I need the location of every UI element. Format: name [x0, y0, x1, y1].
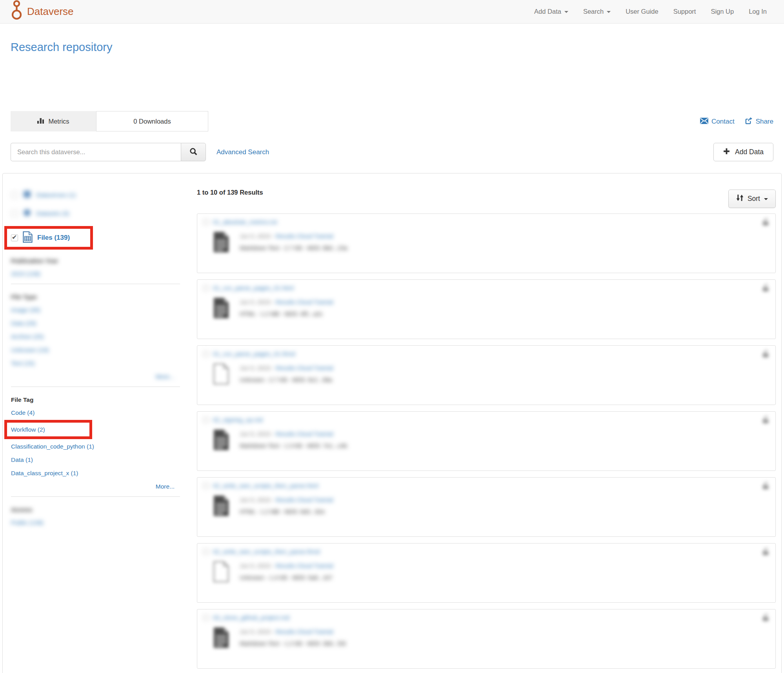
result-body: Jun 5, 2023 - Results Cloud Tutorial Mar… — [213, 230, 769, 254]
search-results-panel: Dataverses (1) Datasets (3) — [2, 173, 782, 673]
result-file-meta: HTML - 1.2 MB - MD5: 6d3...92e — [240, 508, 333, 515]
result-checkbox[interactable] — [203, 549, 209, 554]
envelope-icon — [700, 118, 708, 126]
result-dataset-link[interactable]: Results Cloud Tutorial — [276, 299, 333, 305]
bar-chart-icon — [37, 117, 44, 125]
add-data-button[interactable]: Add Data — [713, 143, 773, 161]
dataverses-facet-link[interactable]: Dataverses (1) — [36, 192, 76, 199]
file-tag-heading: File Tag — [11, 396, 180, 403]
share-label: Share — [756, 118, 773, 126]
result-file-meta: Markdown Text - 1.3 KB - MD5: 7e1...c4b — [240, 442, 347, 449]
result-card: 01_run_parse_pages_01.Rmd Jun 5, 2023 - … — [197, 345, 776, 405]
facet-dataverses[interactable]: Dataverses (1) — [11, 189, 180, 201]
result-checkbox[interactable] — [203, 615, 209, 620]
files-facet-link[interactable]: Files (139) — [37, 234, 70, 242]
file-type-heading: File Type — [11, 294, 180, 301]
datasets-checkbox[interactable] — [11, 210, 18, 217]
sort-button[interactable]: Sort — [728, 190, 776, 208]
file-tag-code-link[interactable]: Code (4) — [11, 409, 180, 416]
result-dataset-link[interactable]: Results Cloud Tutorial — [276, 365, 333, 371]
metrics-tab[interactable]: Metrics — [11, 111, 96, 131]
result-date-dataset: Jun 5, 2023 - Results Cloud Tutorial — [240, 365, 333, 371]
file-type-facet-link[interactable]: Data (29) — [11, 319, 180, 327]
file-type-facet-link[interactable]: Archive (25) — [11, 333, 180, 340]
file-tag-data-link[interactable]: Data (1) — [11, 456, 180, 463]
metrics-toolbar: Metrics 0 Downloads Contact — [11, 111, 773, 131]
result-dataset-link[interactable]: Results Cloud Tutorial — [276, 628, 333, 635]
workflow-tag-highlight-box: Workflow (2) — [4, 420, 92, 439]
result-date: Jun 5, 2023 - — [240, 430, 274, 437]
search-row: Advanced Search Add Data — [11, 143, 773, 161]
result-checkbox[interactable] — [203, 285, 209, 291]
nav-support[interactable]: Support — [666, 0, 704, 24]
file-tag-classification-link[interactable]: Classification_code_python (1) — [11, 443, 180, 450]
caret-down-icon — [764, 198, 768, 200]
nav-sign-up[interactable]: Sign Up — [703, 0, 741, 24]
publication-year-heading: Publication Year — [11, 257, 180, 264]
result-title-row: 02_write_own_scripts_then_parse.Rmd — [203, 548, 769, 555]
file-type-facet-link[interactable]: Unknown (19) — [11, 346, 180, 354]
caret-down-icon — [607, 11, 611, 13]
result-checkbox[interactable] — [203, 483, 209, 489]
result-dataset-link[interactable]: Results Cloud Tutorial — [276, 562, 333, 569]
facet-sidebar: Dataverses (1) Datasets (3) — [3, 173, 187, 673]
result-card: 02_write_own_scripts_then_parse.html Jun… — [197, 477, 776, 537]
share-icon — [745, 117, 753, 126]
nav-user-guide[interactable]: User Guide — [618, 0, 666, 24]
contact-link[interactable]: Contact — [700, 117, 735, 126]
result-title-row: 01_run_parse_pages_01.Rmd — [203, 350, 769, 357]
facet-files[interactable]: Files (139) — [11, 232, 87, 244]
dataverse-brand[interactable]: Dataverse — [11, 0, 74, 24]
result-title-row: 02_signing_up.md — [203, 416, 769, 423]
result-dataset-link[interactable]: Results Cloud Tutorial — [276, 430, 333, 437]
result-file-link[interactable]: 01_run_parse_pages_01.html — [213, 285, 294, 292]
file-type-facet-link[interactable]: Image (35) — [11, 306, 180, 314]
file-tag-data-class-project-link[interactable]: Data_class_project_x (1) — [11, 469, 180, 477]
search-input[interactable] — [11, 143, 181, 161]
dataverses-checkbox[interactable] — [11, 192, 18, 199]
result-file-link[interactable]: 03_clone_github_project.md — [213, 614, 289, 621]
result-card: 03_clone_github_project.md Jun 5, 2023 -… — [197, 609, 776, 669]
access-heading: Access — [11, 506, 180, 513]
result-checkbox[interactable] — [203, 219, 209, 225]
metrics-tabs: Metrics 0 Downloads — [11, 111, 208, 131]
nav-add-data[interactable]: Add Data — [527, 0, 576, 24]
files-checkbox[interactable] — [11, 234, 18, 241]
navbar-menu: Add Data Search User Guide Support Sign … — [527, 0, 774, 24]
result-title-row: 01_absolute_metrics.txt — [203, 219, 769, 226]
datasets-facet-link[interactable]: Datasets (3) — [36, 210, 69, 217]
result-dataset-link[interactable]: Results Cloud Tutorial — [276, 496, 333, 503]
result-file-link[interactable]: 02_write_own_scripts_then_parse.html — [213, 482, 318, 489]
result-file-link[interactable]: 02_write_own_scripts_then_parse.Rmd — [213, 548, 320, 555]
file-type-more-link[interactable]: More... — [156, 373, 175, 380]
result-date-dataset: Jun 5, 2023 - Results Cloud Tutorial — [240, 628, 346, 635]
result-dataset-link[interactable]: Results Cloud Tutorial — [276, 233, 333, 239]
result-checkbox[interactable] — [203, 417, 209, 423]
access-facet-link[interactable]: Public (139) — [11, 519, 180, 526]
nav-search[interactable]: Search — [576, 0, 618, 24]
result-date: Jun 5, 2023 - — [240, 365, 274, 371]
facet-datasets[interactable]: Datasets (3) — [11, 208, 180, 219]
result-file-link[interactable]: 01_run_parse_pages_01.Rmd — [213, 350, 295, 357]
file-tag-workflow-link[interactable]: Workflow (2) — [11, 426, 86, 433]
result-file-link[interactable]: 01_absolute_metrics.txt — [213, 219, 277, 226]
result-date-dataset: Jun 5, 2023 - Results Cloud Tutorial — [240, 430, 347, 437]
share-link[interactable]: Share — [745, 117, 773, 126]
search-button[interactable] — [181, 143, 206, 161]
result-date: Jun 5, 2023 - — [240, 628, 274, 635]
file-thumbnail-icon — [213, 494, 230, 518]
result-card: 01_absolute_metrics.txt Jun 5, 2023 - Re… — [197, 213, 776, 273]
publication-year-facet-link[interactable]: 2023 (139) — [11, 270, 180, 277]
advanced-search-link[interactable]: Advanced Search — [216, 148, 269, 156]
file-thumbnail-icon — [213, 230, 230, 254]
brand-label: Dataverse — [27, 5, 74, 18]
results-count: 1 to 10 of 139 Results — [197, 186, 263, 196]
nav-search-label: Search — [583, 8, 604, 15]
nav-add-data-label: Add Data — [534, 8, 561, 15]
result-file-link[interactable]: 02_signing_up.md — [213, 416, 263, 423]
nav-log-in[interactable]: Log In — [741, 0, 774, 24]
result-checkbox[interactable] — [203, 351, 209, 357]
file-tag-more-link[interactable]: More... — [156, 483, 175, 490]
file-type-facet-link[interactable]: Text (15) — [11, 359, 180, 367]
result-date: Jun 5, 2023 - — [240, 299, 274, 305]
